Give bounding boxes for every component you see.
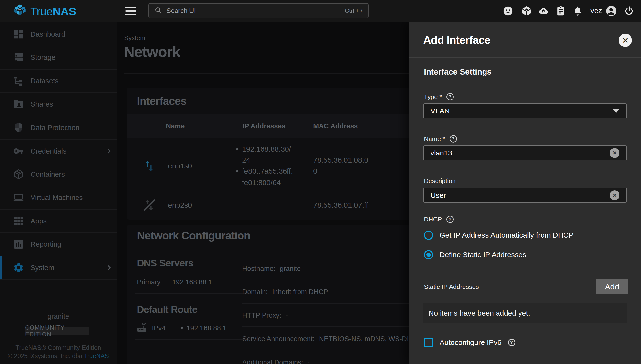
- laptop-icon: [13, 192, 24, 203]
- system-hostname: granite: [0, 312, 116, 320]
- username-label: vez: [588, 6, 605, 15]
- col-header-ip: IP Addresses: [242, 114, 286, 138]
- truenas-cube-icon: [13, 4, 27, 19]
- sidebar-item-system[interactable]: System: [0, 258, 116, 277]
- type-select[interactable]: VLAN: [423, 104, 627, 118]
- radio-selected-icon: [424, 250, 433, 259]
- cloud-sync-icon[interactable]: [538, 6, 549, 16]
- config-row-domain: Domain:Inherit from DHCP: [242, 288, 328, 296]
- sidebar-item-virtual-machines[interactable]: Virtual Machines: [0, 188, 116, 207]
- config-row-additional-domains: Additional Domains:-: [242, 358, 310, 364]
- container-box-icon: [13, 169, 24, 180]
- sidebar-item-containers[interactable]: Containers: [0, 165, 116, 184]
- storage-icon: [13, 52, 24, 63]
- truenas-logo[interactable]: TrueNAS: [13, 4, 76, 19]
- feedback-smiley-icon[interactable]: [503, 6, 514, 16]
- sidebar-item-data-protection[interactable]: Data Protection: [0, 118, 116, 137]
- config-row-hostname: Hostname:granite: [242, 265, 301, 272]
- col-header-name: Name: [166, 114, 184, 138]
- edition-badge: COMMUNITY EDITION: [25, 327, 89, 335]
- sidebar-item-credentials[interactable]: Credentials: [0, 142, 116, 160]
- sidenav-toggle-icon[interactable]: [126, 6, 136, 16]
- top-bar: TrueNAS Ctrl + /: [0, 0, 641, 22]
- page-title: Network: [124, 43, 180, 60]
- static-ip-label: Static IP Addresses: [424, 282, 479, 291]
- global-search[interactable]: Ctrl + /: [148, 3, 369, 18]
- clear-icon[interactable]: ✕: [610, 190, 620, 200]
- interface-up-icon: [142, 159, 156, 173]
- chevron-down-icon: [613, 109, 620, 113]
- sidebar-item-apps[interactable]: Apps: [0, 212, 116, 230]
- search-icon: [155, 6, 162, 15]
- gear-icon: [13, 262, 24, 273]
- shield-icon: [13, 122, 24, 133]
- description-label-row: Description: [424, 176, 456, 185]
- search-shortcut: Ctrl + /: [345, 7, 362, 14]
- panel-title: Add Interface: [423, 34, 490, 46]
- clear-icon[interactable]: ✕: [610, 148, 620, 158]
- sidebar-item-shares[interactable]: Shares: [0, 95, 116, 114]
- help-icon[interactable]: ?: [446, 93, 454, 100]
- interface-down-icon: [142, 198, 156, 212]
- sidebar-item-datasets[interactable]: Datasets: [0, 72, 116, 90]
- chevron-right-icon: [105, 148, 112, 155]
- static-ip-empty-state: No items have been added yet.: [423, 303, 627, 324]
- col-header-mac: MAC Address: [313, 114, 358, 138]
- help-icon[interactable]: ?: [508, 339, 515, 346]
- name-field[interactable]: vlan13 ✕: [423, 146, 627, 160]
- copyright-line: © 2025 iXsystems, Inc. dba TrueNAS: [0, 352, 116, 360]
- autoconfigure-ipv6-checkbox[interactable]: Autoconfigure IPv6 ?: [424, 338, 515, 347]
- sidebar-nav: Dashboard Storage Datasets Shares Data P…: [0, 22, 116, 364]
- description-field[interactable]: User ✕: [423, 188, 627, 203]
- chevron-right-icon: [105, 264, 112, 271]
- config-row-http-proxy: HTTP Proxy:-: [242, 312, 288, 319]
- sidebar-item-dashboard[interactable]: Dashboard: [0, 25, 116, 44]
- truenas-link[interactable]: TrueNAS: [84, 352, 109, 359]
- interfaces-card-title: Interfaces: [137, 95, 186, 108]
- user-avatar[interactable]: [605, 5, 617, 17]
- jobs-clipboard-icon[interactable]: [555, 6, 566, 16]
- logo-text-true: True: [30, 5, 52, 18]
- dns-primary-row: Primary:192.168.88.1: [137, 278, 212, 286]
- type-label-row: Type * ?: [424, 92, 454, 101]
- ipv4-route-row: IPv4:: [152, 324, 168, 332]
- logo-text-nas: NAS: [52, 5, 76, 18]
- checkbox-unchecked-icon: [424, 338, 433, 347]
- network-config-title: Network Configuration: [137, 229, 250, 242]
- add-static-ip-button[interactable]: Add: [596, 279, 628, 294]
- sidebar-item-storage[interactable]: Storage: [0, 48, 116, 67]
- edition-line: TrueNAS® Community Edition: [0, 344, 116, 352]
- dashboard-icon: [13, 28, 24, 40]
- dhcp-label-row: DHCP ?: [424, 215, 454, 224]
- radio-static-ip[interactable]: Define Static IP Addresses: [424, 250, 526, 259]
- bar-chart-icon: [13, 238, 24, 250]
- add-interface-panel: Add Interface ✕ Interface Settings Type …: [408, 22, 641, 364]
- sidebar-item-reporting[interactable]: Reporting: [0, 235, 116, 254]
- truenas-app: TrueNAS Ctrl + /: [0, 0, 641, 364]
- close-icon[interactable]: ✕: [619, 34, 632, 47]
- datasets-icon: [13, 75, 24, 86]
- apps-grid-icon: [13, 215, 24, 226]
- shares-folder-icon: [13, 98, 24, 110]
- router-icon: [136, 321, 148, 334]
- interface-settings-heading: Interface Settings: [424, 67, 492, 76]
- help-icon[interactable]: ?: [446, 216, 454, 223]
- default-route-heading: Default Route: [137, 304, 197, 315]
- truecommand-icon[interactable]: [521, 6, 532, 16]
- search-input[interactable]: [166, 7, 340, 15]
- dns-servers-heading: DNS Servers: [137, 258, 194, 269]
- radio-dhcp-auto[interactable]: Get IP Address Automatically from DHCP: [424, 230, 574, 240]
- help-icon[interactable]: ?: [450, 135, 457, 142]
- notifications-bell-icon[interactable]: [572, 6, 583, 16]
- power-icon[interactable]: [624, 6, 634, 16]
- radio-unselected-icon: [424, 230, 433, 240]
- key-icon: [13, 146, 24, 157]
- breadcrumb[interactable]: System: [124, 34, 146, 42]
- name-label-row: Name * ?: [424, 134, 457, 143]
